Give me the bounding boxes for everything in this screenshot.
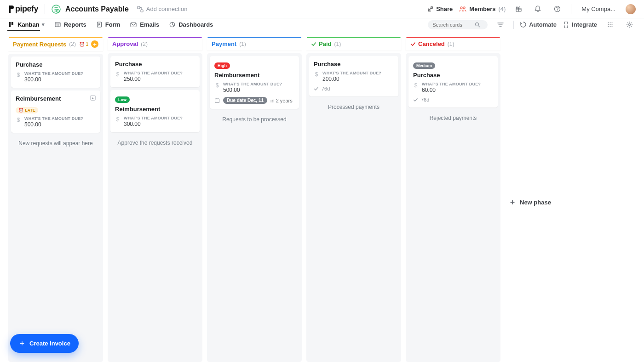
add-card-button[interactable]: ＋ [91,40,98,48]
card[interactable]: Purchase $ WHAT'S THE AMOUNT DUE? 200.00… [309,56,398,96]
share-label: Share [436,6,453,12]
time-value: 76d [322,86,330,91]
field-value: 250.00 [124,76,183,82]
column-count: (1) [448,41,454,47]
column-header[interactable]: Canceled (1) [406,37,500,51]
emails-icon [130,22,137,28]
column-title: Approval [112,40,138,47]
column-canceled: Canceled (1) Medium Purchase $ WHAT'S TH… [406,37,500,362]
svg-point-20 [610,24,610,25]
company-name[interactable]: My Compa... [581,6,615,12]
calendar-icon [214,98,220,103]
gear-icon[interactable] [623,18,636,31]
column-header[interactable]: Payment (1) [207,37,302,51]
svg-rect-11 [55,23,60,27]
new-phase-button[interactable]: ＋ New phase [505,37,560,362]
search-field[interactable] [432,22,475,28]
field-value: 200.00 [322,76,381,82]
svg-rect-3 [138,6,140,9]
currency-icon: $ [115,71,121,78]
svg-point-17 [610,23,610,23]
search-input[interactable] [428,20,488,29]
column-count: (1) [334,41,341,47]
column-header[interactable]: Payment Requests (2) ⏰1 ＋ [8,37,103,51]
filter-icon[interactable] [494,18,507,31]
card-title: Purchase [16,61,96,68]
tab-kanban[interactable]: Kanban ▾ [8,18,45,31]
field-label: WHAT'S THE AMOUNT DUE? [24,116,83,121]
card[interactable]: ▸ Reimbursement ⏰LATE $ WHAT'S THE AMOUN… [11,90,100,133]
integrate-button[interactable]: Integrate [563,21,597,28]
column-footer: Processed payments [309,99,398,112]
help-icon[interactable] [551,3,564,16]
add-connection-button[interactable]: Add connection [137,6,188,12]
automate-icon [520,22,526,28]
svg-point-22 [608,26,609,27]
field-label: WHAT'S THE AMOUNT DUE? [124,116,183,120]
column-body: Purchase $ WHAT'S THE AMOUNT DUE? 300.00… [8,54,103,362]
bell-icon[interactable] [531,3,544,16]
share-button[interactable]: Share [427,6,453,12]
alarm-icon: ⏰ [79,42,85,47]
card[interactable]: Purchase $ WHAT'S THE AMOUNT DUE? 300.00 [11,57,100,88]
column-approval: Approval (2) Purchase $ WHAT'S THE AMOUN… [108,37,202,362]
card[interactable]: Low Reimbursement $ WHAT'S THE AMOUNT DU… [110,90,200,132]
column-header[interactable]: Approval (2) [108,37,202,51]
divider [571,4,571,14]
members-count: (4) [498,6,506,12]
field-label: WHAT'S THE AMOUNT DUE? [124,71,183,75]
card-title: Reimbursement [16,95,96,102]
column-header[interactable]: Paid (1) [306,37,401,51]
svg-point-25 [628,24,630,26]
tab-emails[interactable]: Emails [130,18,159,31]
chevron-down-icon: ▾ [42,22,45,28]
tab-dashboards[interactable]: Dashboards [169,18,213,31]
column-body: Purchase $ WHAT'S THE AMOUNT DUE? 250.00… [108,53,202,362]
time-value: 76d [421,97,429,102]
logo[interactable]: pipefy [8,4,38,14]
due-date-row: Due date Dec, 11 in 2 years [214,97,294,104]
avatar[interactable] [626,4,636,14]
integrate-label: Integrate [572,21,597,28]
automate-label: Automate [529,21,557,28]
svg-point-15 [476,23,479,26]
new-phase-label: New phase [520,199,551,206]
column-paid: Paid (1) Purchase $ WHAT'S THE AMOUNT DU… [306,37,401,362]
time-in-phase: 76d [413,97,493,102]
tab-form[interactable]: Form [97,18,121,31]
svg-rect-10 [12,22,13,25]
pipe-title[interactable]: Accounts Payable [65,5,129,13]
card[interactable]: Medium Purchase $ WHAT'S THE AMOUNT DUE?… [408,56,498,107]
plus-icon: ＋ [509,198,516,207]
svg-point-16 [608,23,609,23]
card[interactable]: Purchase $ WHAT'S THE AMOUNT DUE? 250.00 [110,56,200,87]
late-alarm-badge[interactable]: ⏰1 [79,42,88,47]
late-badge: ⏰LATE [16,107,38,113]
tab-reports[interactable]: Reports [55,18,86,31]
form-icon [97,22,102,28]
currency-icon: $ [16,72,21,78]
members-button[interactable]: Members (4) [459,6,506,12]
subtask-indicator-icon: ▸ [90,95,96,101]
card-title: Purchase [115,61,195,68]
svg-point-6 [463,6,465,8]
automate-button[interactable]: Automate [520,21,557,28]
card[interactable]: High Reimbursement $ WHAT'S THE AMOUNT D… [210,56,299,109]
create-invoice-button[interactable]: ＋ Create invoice [10,334,79,353]
gift-icon[interactable] [512,3,525,16]
field-label: WHAT'S THE AMOUNT DUE? [322,71,381,75]
kanban-icon [8,22,14,28]
apps-icon[interactable] [604,18,616,31]
due-date-relative: in 2 years [270,98,293,103]
svg-point-24 [611,26,612,27]
check-icon [311,41,316,47]
tab-label: Dashboards [178,21,213,28]
add-connection-label: Add connection [146,6,188,12]
svg-point-18 [611,23,612,23]
alarm-count: 1 [86,42,88,47]
pipe-icon: $ [52,5,61,14]
svg-point-5 [460,6,462,8]
fab-label: Create invoice [29,340,70,347]
card-title: Purchase [413,72,493,79]
check-icon [314,86,319,91]
